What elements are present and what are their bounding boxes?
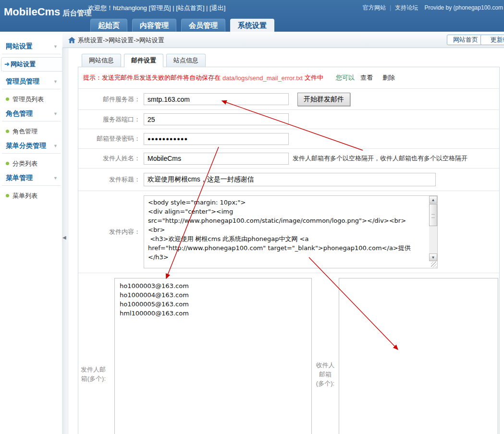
chevron-down-icon: ▼ xyxy=(53,79,58,84)
bullet-icon xyxy=(6,194,9,197)
start-mass-send-button[interactable]: 开始群发邮件 xyxy=(297,93,350,106)
breadcrumb: 系统设置->网站设置->网站设置 xyxy=(68,36,164,45)
sidebar-item-role-manage[interactable]: 角色管理 xyxy=(0,123,62,140)
mail-subject-label: 发件标题： xyxy=(78,175,144,184)
sender-name-input[interactable] xyxy=(144,153,289,165)
sender-name-note: 发件人邮箱有多个以空格隔开，收件人邮箱也有多个以空格隔开 xyxy=(293,154,467,163)
settings-tabs: 网站信息 邮件设置 站点信息 xyxy=(82,54,504,67)
refresh-cache-button[interactable]: 更新缓 xyxy=(480,35,504,45)
sidebar-item-label: 角色管理 xyxy=(12,128,37,135)
mail-password-row: 邮箱登录密码： xyxy=(78,129,499,149)
mail-settings-panel: 提示：发送完邮件后发送失败的邮件将自动保存在 data/logs/send_ma… xyxy=(78,67,500,434)
you-can-text: 您可以 xyxy=(336,73,355,82)
section-title: 角色管理 xyxy=(6,109,33,117)
tip-text: 提示：发送完邮件后发送失败的邮件将自动保存在 xyxy=(83,73,221,82)
chevron-down-icon: ▼ xyxy=(53,144,58,148)
nav-tab-content[interactable]: 内容管理 xyxy=(132,19,176,32)
main-nav: 起始页 内容管理 会员管理 系统设置 xyxy=(90,19,279,32)
site-home-button[interactable]: 网站首页 xyxy=(447,35,484,45)
breadcrumb-path: 系统设置->网站设置->网站设置 xyxy=(78,36,164,44)
sidebar-item-label: 管理员列表 xyxy=(12,96,44,103)
arrow-right-icon: ➜ xyxy=(4,60,10,68)
scroll-up-icon[interactable]: ▲ xyxy=(429,196,437,204)
mail-content-textarea[interactable]: <body style="margin: 10px;"> <div align=… xyxy=(144,196,437,261)
receiver-emails-textarea[interactable] xyxy=(339,278,498,434)
chevron-down-icon: ▼ xyxy=(53,111,58,116)
mail-subject-row: 发件标题： xyxy=(78,169,499,191)
collapse-left-icon[interactable]: ◀ xyxy=(62,235,66,240)
sidebar-section-menu[interactable]: 菜单管理 ▼ xyxy=(2,172,61,186)
sidebar-section-site-settings[interactable]: 网站设置 ▼ xyxy=(2,40,61,54)
brand-subtitle: 后台管理 xyxy=(62,9,91,17)
sidebar: 网站设置 ▼ ➜网站设置 管理员管理 ▼ 管理员列表 角色管理 ▼ 角色管理 菜… xyxy=(0,32,62,434)
sender-emails-textarea[interactable]: ho1000003@163.com ho1000004@163.com ho10… xyxy=(114,278,312,434)
app-header: MobileCms后台管理 欢迎您！htzhanglong [管理员] | [站… xyxy=(0,0,504,32)
mail-content-label: 发件内容： xyxy=(78,228,144,236)
sender-emails-label: 发件人邮箱(多个): xyxy=(78,365,114,383)
scrollbar-thumb[interactable] xyxy=(429,204,437,226)
mail-subject-input[interactable] xyxy=(144,173,436,186)
server-port-input[interactable] xyxy=(144,113,289,125)
sidebar-item-category-list[interactable]: 分类列表 xyxy=(0,156,62,172)
tip-suffix: 文件中 xyxy=(305,73,323,82)
divider: | xyxy=(390,4,391,11)
sidebar-item-label: 网站设置 xyxy=(11,60,36,68)
scroll-down-icon[interactable]: ▼ xyxy=(429,253,437,261)
nav-tab-home[interactable]: 起始页 xyxy=(90,19,127,32)
welcome-text[interactable]: 欢迎您！htzhanglong [管理员] | [站点首页] | [退出] xyxy=(88,4,225,12)
chevron-down-icon: ▼ xyxy=(53,176,58,181)
header-links: 官方网站|支持论坛 Provide by (phonegap100.com xyxy=(363,4,503,12)
section-title: 管理员管理 xyxy=(6,77,39,85)
bullet-icon xyxy=(6,162,9,165)
section-title: 菜单分类管理 xyxy=(6,142,46,149)
tab-site-info[interactable]: 网站信息 xyxy=(82,54,121,67)
sidebar-section-menu-category[interactable]: 菜单分类管理 ▼ xyxy=(2,140,61,154)
resize-grip[interactable] xyxy=(431,262,437,267)
app-logo: MobileCms后台管理 xyxy=(4,6,91,18)
section-title: 网站设置 xyxy=(6,42,33,50)
brand-name: MobileCms xyxy=(4,6,60,18)
provide-by-text: Provide by (phonegap100.com xyxy=(425,4,503,11)
mail-content-box: <body style="margin: 10px;"> <div align=… xyxy=(144,195,438,268)
sidebar-item-admin-list[interactable]: 管理员列表 xyxy=(0,91,62,108)
bullet-icon xyxy=(6,97,9,101)
sidebar-item-label: 分类列表 xyxy=(12,160,37,167)
support-forum-link[interactable]: 支持论坛 xyxy=(395,4,418,11)
tip-row: 提示：发送完邮件后发送失败的邮件将自动保存在 data/logs/send_ma… xyxy=(78,67,499,89)
mail-server-row: 邮件服务器： 开始群发邮件 xyxy=(78,89,499,110)
nav-tab-system[interactable]: 系统设置 xyxy=(230,19,274,32)
mail-password-input[interactable] xyxy=(144,133,289,145)
section-title: 菜单管理 xyxy=(6,174,33,181)
sidebar-section-admin[interactable]: 管理员管理 ▼ xyxy=(2,75,61,89)
breadcrumb-bar: 系统设置->网站设置->网站设置 网站首页 更新缓 xyxy=(62,32,504,48)
sidebar-item-label: 菜单列表 xyxy=(12,192,37,199)
official-site-link[interactable]: 官方网站 xyxy=(363,4,386,11)
sidebar-section-roles[interactable]: 角色管理 ▼ xyxy=(2,108,61,121)
tab-mail-settings[interactable]: 邮件设置 xyxy=(124,54,163,67)
nav-tab-members[interactable]: 会员管理 xyxy=(181,19,225,32)
receiver-emails-label: 收件人邮箱(多个): xyxy=(312,361,339,388)
scrollbar[interactable]: ▲ ▼ xyxy=(429,196,437,261)
mail-password-label: 邮箱登录密码： xyxy=(78,134,144,143)
home-icon[interactable] xyxy=(68,37,75,43)
mail-content-row: 发件内容： <body style="margin: 10px;"> <div … xyxy=(78,191,499,273)
tip-file-path: data/logs/send_mail_error.txt xyxy=(222,74,303,82)
sidebar-item-site-settings[interactable]: ➜网站设置 xyxy=(1,57,62,72)
server-port-row: 服务器端口： xyxy=(78,110,499,129)
mail-server-input[interactable] xyxy=(144,93,289,105)
view-link[interactable]: 查看 xyxy=(360,73,373,82)
sender-name-label: 发件人姓名： xyxy=(78,154,144,163)
sidebar-item-menu-list[interactable]: 菜单列表 xyxy=(0,188,62,204)
server-port-label: 服务器端口： xyxy=(78,115,144,124)
tab-node-info[interactable]: 站点信息 xyxy=(166,54,206,67)
chevron-down-icon: ▼ xyxy=(53,44,58,49)
delete-link[interactable]: 删除 xyxy=(382,73,395,82)
email-lists-row: 发件人邮箱(多个): ho1000003@163.com ho1000004@1… xyxy=(78,273,499,434)
bullet-icon xyxy=(6,130,9,133)
mail-server-label: 邮件服务器： xyxy=(78,95,144,104)
sender-name-row: 发件人姓名： 发件人邮箱有多个以空格隔开，收件人邮箱也有多个以空格隔开 xyxy=(78,149,499,169)
sidebar-collapse-strip[interactable]: ◀ xyxy=(62,48,68,434)
